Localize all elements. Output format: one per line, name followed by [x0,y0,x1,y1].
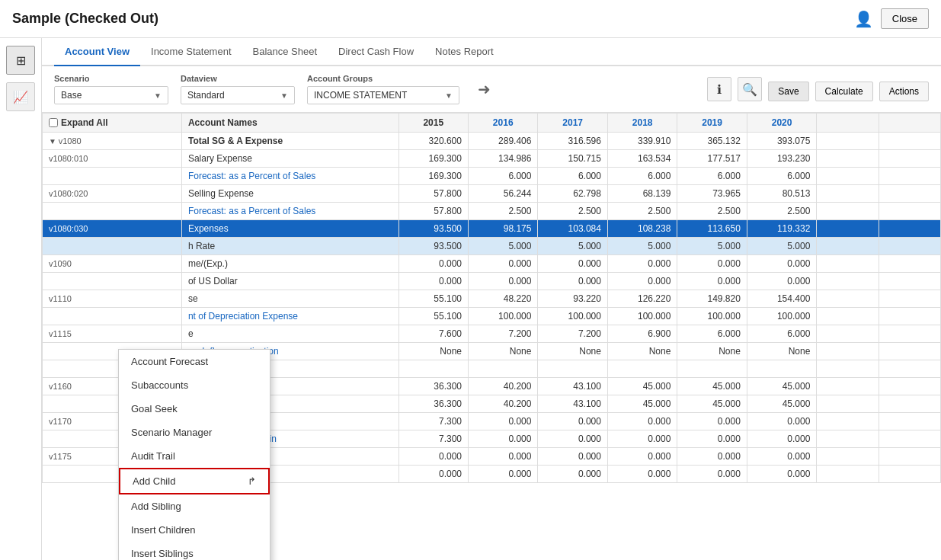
cell-value[interactable]: 150.715 [538,150,607,168]
cell-value[interactable]: 100.000 [468,308,537,325]
sidebar-chart-btn[interactable]: 📈 [6,82,35,111]
cell-value[interactable]: 289.406 [468,133,537,150]
cell-value[interactable]: 6.000 [677,325,747,343]
cell-value[interactable]: 45.000 [607,378,677,395]
cell-value[interactable]: 6.000 [747,168,816,185]
user-icon[interactable]: 👤 [854,10,873,28]
cell-value[interactable]: 169.300 [398,168,468,185]
tab-balance-sheet[interactable]: Balance Sheet [242,38,328,66]
cell-value[interactable]: 0.000 [538,273,607,290]
cell-value[interactable]: 48.220 [468,290,537,308]
cell-value[interactable]: 0.000 [468,413,537,430]
context-menu-item[interactable]: Insert Siblings [119,542,270,560]
cell-value[interactable]: None [398,343,468,360]
cell-value[interactable]: 43.100 [538,378,607,395]
cell-value[interactable]: 163.534 [607,150,677,168]
cell-value[interactable]: 0.000 [677,273,747,290]
cell-value[interactable]: 45.000 [747,395,816,413]
cell-value[interactable]: 0.000 [538,448,607,466]
cell-value[interactable]: 6.900 [607,325,677,343]
cell-value[interactable]: 316.596 [538,133,607,150]
cell-value[interactable]: 93.500 [398,238,468,255]
cell-value[interactable]: 93.500 [398,220,468,238]
cell-value[interactable]: 100.000 [538,308,607,325]
cell-value[interactable]: 0.000 [747,413,816,430]
account-groups-select[interactable]: INCOME STATEMENT ▼ [307,86,459,104]
cell-value[interactable] [607,360,677,378]
table-row[interactable]: Forecast: as a Percent of Sales57.8002.5… [43,203,941,220]
cell-value[interactable]: 7.600 [398,325,468,343]
context-menu-item[interactable]: Scenario Manager [119,421,270,444]
cell-value[interactable]: 0.000 [677,430,747,448]
cell-value[interactable]: 126.220 [607,290,677,308]
context-menu-item[interactable]: Subaccounts [119,373,270,397]
cell-value[interactable]: 154.400 [747,290,816,308]
sidebar-grid-btn[interactable]: ⊞ [6,46,35,75]
cell-value[interactable]: 5.000 [677,238,747,255]
cell-value[interactable]: 193.230 [747,150,816,168]
cell-value[interactable]: 7.200 [468,325,537,343]
cell-value[interactable]: 0.000 [538,466,607,483]
context-menu-item[interactable]: Insert Children [119,518,270,542]
table-row[interactable]: nt of Depreciation Expense55.100100.0001… [43,308,941,325]
context-menu-item[interactable]: Add Child ↱ [119,468,270,494]
cell-value[interactable]: 6.000 [677,168,747,185]
cell-value[interactable]: 149.820 [677,290,747,308]
cell-value[interactable]: 80.513 [747,185,816,203]
table-row[interactable]: v1080:020Selling Expense57.80056.24462.7… [43,185,941,203]
cell-value[interactable]: 2.500 [747,203,816,220]
cell-value[interactable]: 6.000 [607,168,677,185]
cell-value[interactable] [468,360,537,378]
cell-value[interactable]: 45.000 [747,378,816,395]
tab-notes-report[interactable]: Notes Report [424,38,504,66]
cell-value[interactable]: 0.000 [607,255,677,273]
cell-value[interactable]: 134.986 [468,150,537,168]
cell-value[interactable]: 103.084 [538,220,607,238]
table-row[interactable]: v1080:030Expenses93.50098.175103.084108.… [43,220,941,238]
table-row[interactable]: v1080:010Salary Expense169.300134.986150… [43,150,941,168]
cell-value[interactable]: 45.000 [607,395,677,413]
cell-value[interactable]: 5.000 [607,238,677,255]
cell-value[interactable]: 0.000 [747,430,816,448]
cell-value[interactable] [747,360,816,378]
cell-value[interactable]: 6.000 [468,168,537,185]
expand-all-checkbox[interactable] [49,118,58,127]
cell-value[interactable]: 2.500 [538,203,607,220]
cell-value[interactable]: None [468,343,537,360]
cell-value[interactable]: 57.800 [398,203,468,220]
cell-value[interactable]: 98.175 [468,220,537,238]
cell-value[interactable] [677,360,747,378]
cell-value[interactable]: 6.000 [747,325,816,343]
cell-value[interactable]: 36.300 [398,378,468,395]
cell-value[interactable]: 365.132 [677,133,747,150]
cell-value[interactable]: 0.000 [677,255,747,273]
cell-value[interactable]: 0.000 [747,466,816,483]
cell-value[interactable]: 100.000 [677,308,747,325]
search-btn[interactable]: 🔍 [738,77,762,101]
cell-value[interactable]: 0.000 [747,448,816,466]
cell-value[interactable]: None [607,343,677,360]
cell-value[interactable]: 113.650 [677,220,747,238]
cell-value[interactable]: None [677,343,747,360]
cell-value[interactable]: 55.100 [398,308,468,325]
cell-value[interactable]: 108.238 [607,220,677,238]
cell-value[interactable]: 0.000 [607,413,677,430]
calculate-button[interactable]: Calculate [815,82,873,101]
cell-value[interactable]: None [747,343,816,360]
cell-value[interactable]: 68.139 [607,185,677,203]
cell-value[interactable]: 0.000 [538,255,607,273]
cell-value[interactable]: 0.000 [607,448,677,466]
cell-value[interactable]: 0.000 [677,448,747,466]
cell-value[interactable]: 0.000 [677,413,747,430]
cell-value[interactable]: 393.075 [747,133,816,150]
cell-value[interactable]: 5.000 [538,238,607,255]
cell-value[interactable]: 339.910 [607,133,677,150]
table-row[interactable]: v1115e7.6007.2007.2006.9006.0006.000 [43,325,941,343]
cell-value[interactable]: 0.000 [538,413,607,430]
cell-value[interactable]: 0.000 [398,255,468,273]
cell-value[interactable]: 0.000 [468,255,537,273]
cell-value[interactable]: 0.000 [607,430,677,448]
cell-value[interactable]: 169.300 [398,150,468,168]
cell-value[interactable]: 2.500 [468,203,537,220]
cell-value[interactable]: 5.000 [747,238,816,255]
